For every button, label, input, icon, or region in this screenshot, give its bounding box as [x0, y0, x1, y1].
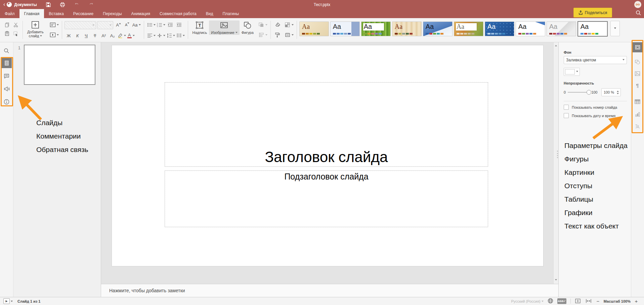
header-search-button[interactable] — [636, 10, 641, 17]
show-date-time-checkbox[interactable] — [564, 113, 569, 118]
slides-panel-button[interactable] — [1, 58, 12, 68]
set-language-button[interactable] — [548, 298, 553, 304]
increase-font-button[interactable]: A — [114, 20, 123, 29]
save-button[interactable] — [46, 2, 51, 7]
language-selector[interactable]: Русский (Россия) — [511, 299, 544, 303]
horizontal-align-button[interactable] — [146, 31, 156, 40]
notes-area[interactable]: Нажмите, чтобы добавить заметки — [101, 284, 558, 297]
theme-dotted-blue[interactable]: Aa — [485, 21, 514, 36]
italic-button[interactable]: К — [73, 31, 82, 40]
tab-Вставка[interactable]: Вставка — [44, 9, 69, 18]
tab-Файл[interactable]: Файл — [0, 9, 19, 18]
chart-settings-button[interactable] — [632, 109, 643, 119]
share-button[interactable]: Поделиться — [573, 8, 612, 17]
bold-button[interactable]: Ж — [65, 31, 73, 40]
numbering-button[interactable]: 123 — [156, 20, 166, 29]
theme-blank-white[interactable]: Aa — [577, 21, 608, 37]
theme-canvas-tan[interactable]: Aa — [392, 21, 422, 36]
tab-Рисование[interactable]: Рисование — [69, 9, 98, 18]
tab-Совместная работа[interactable]: Совместная работа — [155, 9, 201, 18]
tab-Анимация[interactable]: Анимация — [127, 9, 155, 18]
theme-green-stripes[interactable]: Aa — [361, 21, 391, 36]
highlight-color-button[interactable] — [117, 31, 127, 40]
shape-settings-button[interactable] — [632, 57, 643, 67]
font-color-button[interactable]: A — [127, 31, 135, 40]
insert-shape-button[interactable]: Фигура — [240, 20, 256, 35]
theme-blue-wave[interactable]: Aa — [423, 21, 453, 36]
select-tool-button[interactable] — [11, 29, 20, 38]
redo-button[interactable] — [88, 2, 94, 7]
scroll-down-button[interactable] — [554, 278, 558, 282]
add-slide-button[interactable]: Добавить слайд — [25, 20, 46, 39]
paragraph-settings-button[interactable]: ¶ — [632, 80, 643, 90]
panel-resize-handle[interactable] — [557, 151, 559, 158]
increase-indent-button[interactable] — [175, 20, 183, 29]
paste-button[interactable] — [3, 29, 11, 38]
fill-color-button[interactable] — [564, 68, 580, 76]
opacity-slider[interactable] — [568, 92, 589, 93]
tab-Переходы[interactable]: Переходы — [98, 9, 126, 18]
cut-button[interactable] — [11, 20, 20, 29]
decrease-font-button[interactable]: A — [123, 20, 132, 29]
align-objects-button[interactable] — [258, 31, 268, 39]
change-case-button[interactable]: Aa — [132, 20, 141, 29]
theme-autumn-collage[interactable]: Aa — [454, 21, 483, 36]
strikethrough-button[interactable]: Т — [91, 31, 99, 40]
bullets-button[interactable] — [146, 20, 156, 29]
subscript-button[interactable]: A₂ — [108, 31, 117, 40]
theme-beige-classic[interactable]: Aa — [299, 21, 329, 36]
tab-Вид[interactable]: Вид — [201, 9, 218, 18]
back-chevron-icon[interactable]: ‹ — [3, 1, 5, 7]
copy-button[interactable] — [3, 20, 11, 29]
tab-Плагины[interactable]: Плагины — [218, 9, 244, 18]
background-fill-select[interactable]: Заливка цветом — [564, 56, 627, 64]
title-placeholder[interactable]: Заголовок слайда — [165, 82, 488, 167]
theme-corner-wave[interactable]: Aa — [516, 21, 545, 36]
insert-textbox-button[interactable]: T Надпись — [190, 20, 209, 35]
underline-button[interactable]: Ч — [82, 31, 91, 40]
spellcheck-button[interactable]: АБВ✓ — [557, 298, 566, 304]
print-button[interactable] — [60, 2, 65, 7]
slide-thumbnail[interactable] — [24, 45, 95, 85]
scroll-up-button[interactable] — [554, 43, 558, 47]
font-name-select[interactable] — [65, 21, 96, 29]
theme-gray-shapes[interactable]: Aa — [547, 21, 576, 36]
clear-style-button[interactable] — [273, 20, 282, 29]
slideshow-options-chevron[interactable] — [11, 301, 13, 303]
user-avatar[interactable]: DG — [634, 1, 641, 8]
table-settings-button[interactable] — [632, 97, 643, 107]
opacity-input[interactable]: 100 % — [601, 88, 621, 96]
show-slide-number-checkbox[interactable] — [564, 105, 569, 110]
theme-official-blue[interactable]: Aa — [330, 21, 360, 36]
start-slideshow-button[interactable] — [49, 31, 59, 39]
zoom-out-button[interactable]: − — [595, 298, 601, 304]
canvas-scrollbar[interactable] — [553, 42, 558, 284]
about-button[interactable] — [1, 97, 12, 107]
opacity-decrement[interactable] — [617, 93, 619, 95]
zoom-level[interactable]: Масштаб 100% — [604, 299, 631, 303]
slide[interactable]: Заголовок слайда Подзаголовок слайда — [112, 45, 543, 266]
decrease-indent-button[interactable] — [166, 20, 175, 29]
undo-button[interactable] — [74, 2, 80, 7]
color-scheme-button[interactable] — [284, 20, 294, 29]
font-size-select[interactable] — [97, 21, 113, 29]
line-spacing-button[interactable] — [166, 31, 176, 40]
start-slideshow-status-button[interactable]: ▶ — [3, 298, 10, 304]
copy-style-button[interactable] — [273, 31, 282, 39]
feedback-button[interactable] — [1, 84, 12, 94]
fit-width-button[interactable] — [586, 299, 592, 304]
find-button[interactable] — [1, 46, 12, 56]
slide-settings-button[interactable] — [632, 42, 643, 52]
slide-size-button[interactable] — [284, 31, 294, 39]
more-themes-button[interactable] — [610, 21, 620, 36]
insert-image-button[interactable]: Изображение — [209, 20, 239, 35]
arrange-objects-button[interactable] — [258, 20, 268, 29]
zoom-in-button[interactable]: + — [633, 298, 639, 304]
opacity-slider-handle[interactable] — [587, 90, 591, 95]
superscript-button[interactable]: A² — [99, 31, 108, 40]
fit-slide-button[interactable] — [575, 298, 581, 304]
opacity-increment[interactable] — [617, 90, 619, 92]
tab-Главная[interactable]: Главная — [19, 9, 44, 18]
subtitle-placeholder[interactable]: Подзаголовок слайда — [165, 170, 488, 227]
vertical-align-button[interactable] — [156, 31, 166, 40]
